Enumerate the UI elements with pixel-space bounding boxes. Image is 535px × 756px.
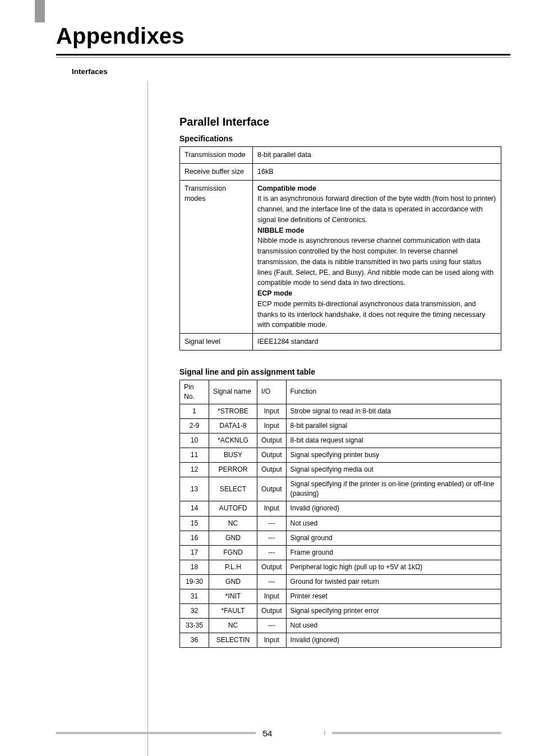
- pin-row: 32*FAULTOutputSignal specifying printer …: [180, 604, 501, 619]
- pin-function: Signal specifying printer busy: [286, 448, 501, 463]
- vertical-rule: [147, 81, 148, 756]
- pin-row: 19-30GND---Ground for twisted pair retur…: [180, 574, 501, 589]
- pin-function: Invalid (ignored): [286, 501, 501, 516]
- pin-io: Output: [257, 448, 287, 463]
- pin-io: ---: [257, 574, 287, 589]
- pin-signal-name: PERROR: [209, 463, 257, 477]
- specifications-heading: Specifications: [179, 134, 501, 143]
- pin-row: 13SELECTOutputSignal specifying if the p…: [180, 477, 501, 501]
- pin-signal-name: *INIT: [209, 589, 257, 603]
- spec-value: 16kB: [253, 163, 501, 180]
- pin-row: 14AUTOFDInputInvalid (ignored): [180, 501, 501, 516]
- spec-key: Transmission modes: [180, 180, 253, 334]
- pin-function: 8-bit data request signal: [286, 434, 501, 448]
- pin-function: Printer reset: [286, 589, 501, 603]
- pin-signal-name: AUTOFD: [209, 501, 257, 516]
- pin-function: Frame ground: [286, 545, 501, 560]
- mode-ecp-body: ECP mode permits bi-directional asynchro…: [257, 299, 496, 330]
- pin-row: 17FGND---Frame ground: [180, 545, 501, 560]
- spec-row-receive-buffer: Receive buffer size 16kB: [180, 163, 501, 180]
- pin-io: Input: [257, 589, 287, 603]
- footer-rule-right: [332, 732, 501, 734]
- spec-key: Receive buffer size: [180, 163, 253, 180]
- pin-no: 32: [180, 604, 209, 619]
- pin-function: Signal specifying printer error: [286, 604, 501, 619]
- pin-assignment-table: Pin No. Signal name I/O Function 1*STROB…: [179, 380, 501, 648]
- pin-signal-name: SELECT: [209, 477, 257, 501]
- spec-row-signal-level: Signal level IEEE1284 standard: [180, 334, 501, 351]
- pin-no: 33-35: [180, 619, 209, 633]
- pin-io: Output: [257, 560, 287, 574]
- pin-row: 36SELECTINInputInvalid (ignored): [180, 633, 501, 648]
- pin-io: ---: [257, 531, 287, 545]
- mode-nibble-title: NIBBLE mode: [257, 225, 496, 236]
- pin-io: Input: [257, 404, 287, 418]
- pin-table-heading: Signal line and pin assignment table: [179, 367, 501, 376]
- pin-function: Peripheral logic high (pull up to +5V at…: [286, 560, 501, 574]
- pin-signal-name: GND: [209, 531, 257, 545]
- pin-row: 11BUSYOutputSignal specifying printer bu…: [180, 448, 501, 463]
- pin-row: 12PERROROutputSignal specifying media ou…: [180, 463, 501, 477]
- pin-signal-name: *ACKNLG: [209, 434, 257, 448]
- pin-signal-name: *FAULT: [209, 604, 257, 619]
- pin-function: Strobe signal to read in 8-bit data: [286, 404, 501, 418]
- pin-io: Input: [257, 633, 287, 648]
- page-footer: 54: [0, 730, 535, 736]
- pin-no: 10: [180, 434, 209, 448]
- pin-function: Invalid (ignored): [286, 633, 501, 648]
- mode-compat-title: Compatible mode: [257, 183, 496, 194]
- footer-rule-left: [56, 732, 256, 734]
- pin-no: 1: [180, 404, 209, 418]
- pin-function: Not used: [286, 516, 501, 531]
- pin-no: 31: [180, 589, 209, 603]
- spec-key: Signal level: [180, 334, 253, 351]
- spec-row-transmission-mode: Transmission mode 8-bit parallel data: [180, 147, 501, 164]
- pin-row: 18P.L.HOutputPeripheral logic high (pull…: [180, 560, 501, 574]
- pin-function: Signal specifying if the printer is on-l…: [286, 477, 501, 501]
- pin-function: Ground for twisted pair return: [286, 574, 501, 589]
- page-number: 54: [263, 729, 273, 738]
- pin-no: 18: [180, 560, 209, 574]
- pin-function: Signal specifying media out: [286, 463, 501, 477]
- pin-function: 8-bit parallel signal: [286, 418, 501, 433]
- content: Parallel Interface Specifications Transm…: [179, 116, 501, 648]
- sidebar-stripe: [35, 0, 45, 22]
- pin-signal-name: NC: [209, 516, 257, 531]
- pin-io: Output: [257, 477, 287, 501]
- title-rule-thin: [56, 57, 510, 58]
- pin-io: ---: [257, 545, 287, 560]
- pin-signal-name: BUSY: [209, 448, 257, 463]
- pin-row: 31*INITInputPrinter reset: [180, 589, 501, 603]
- mode-ecp-title: ECP mode: [257, 288, 496, 299]
- spec-value: 8-bit parallel data: [253, 147, 501, 164]
- pin-row: 1*STROBEInputStrobe signal to read in 8-…: [180, 404, 501, 418]
- pin-function: Not used: [286, 619, 501, 633]
- pin-io: ---: [257, 619, 287, 633]
- pin-function: Signal ground: [286, 531, 501, 545]
- pin-io: Input: [257, 418, 287, 433]
- pin-row: 10*ACKNLGOutput8-bit data request signal: [180, 434, 501, 448]
- parallel-interface-heading: Parallel Interface: [179, 116, 501, 128]
- pin-signal-name: DATA1-8: [209, 418, 257, 433]
- pin-no: 17: [180, 545, 209, 560]
- pin-signal-name: NC: [209, 619, 257, 633]
- pin-no: 15: [180, 516, 209, 531]
- mode-nibble-body: Nibble mode is asynchronous reverse chan…: [257, 236, 496, 288]
- pin-signal-name: GND: [209, 574, 257, 589]
- mode-compat-body: It is an asynchronous forward direction …: [257, 193, 496, 225]
- pin-io: Output: [257, 604, 287, 619]
- pin-row: 33-35NC---Not used: [180, 619, 501, 633]
- pin-header-no: Pin No.: [180, 380, 209, 404]
- pin-header-row: Pin No. Signal name I/O Function: [180, 380, 501, 404]
- pin-no: 12: [180, 463, 209, 477]
- footer-tick-right: [324, 731, 325, 735]
- pin-io: Output: [257, 463, 287, 477]
- pin-no: 11: [180, 448, 209, 463]
- pin-header-io: I/O: [257, 380, 287, 404]
- pin-row: 2-9DATA1-8Input8-bit parallel signal: [180, 418, 501, 433]
- pin-header-name: Signal name: [209, 380, 257, 404]
- title-rule-thick: [56, 54, 510, 56]
- spec-value-modes: Compatible mode It is an asynchronous fo…: [253, 180, 501, 334]
- section-label: Interfaces: [72, 67, 108, 76]
- pin-signal-name: *STROBE: [209, 404, 257, 418]
